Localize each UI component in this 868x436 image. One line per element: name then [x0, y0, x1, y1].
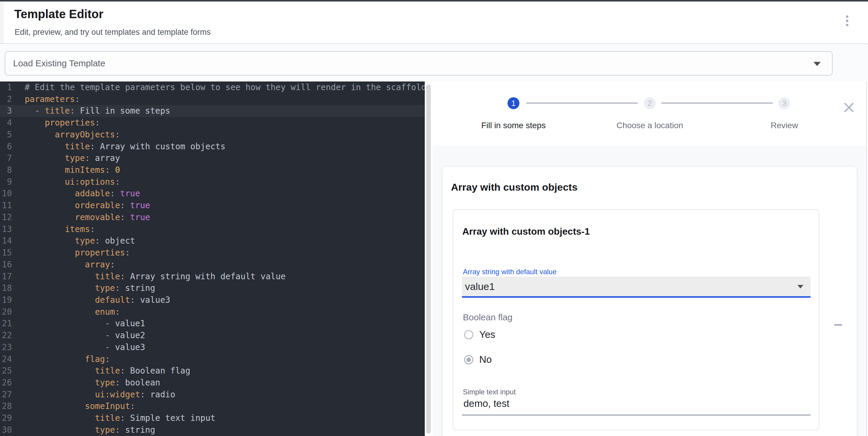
code-line: 6 title: Array with custom objects — [0, 141, 425, 153]
load-template-select[interactable] — [5, 51, 833, 75]
code-line: 16 array: — [0, 259, 425, 271]
code-line: 24 flag: — [0, 353, 425, 365]
simple-text-input[interactable] — [463, 398, 803, 409]
code-line: 9 ui:options: — [0, 176, 425, 188]
step-label-choose-a-location: Choose a location — [599, 121, 701, 130]
code-line: 5 arrayObjects: — [0, 129, 425, 141]
array-string-select[interactable]: value1 — [462, 277, 811, 298]
code-line: 22 - value2 — [0, 330, 425, 341]
text-field-label: Simple text input — [463, 388, 516, 396]
code-line: 11 orderable: true — [0, 200, 425, 211]
step-circle-1: 1 — [507, 97, 520, 109]
code-line: 17 title: Array string with default valu… — [0, 271, 425, 282]
page-title: Template Editor — [14, 7, 103, 21]
radio-icon — [464, 330, 473, 339]
select-field-value: value1 — [465, 281, 495, 292]
code-line: 14 type: object — [0, 235, 425, 247]
form-card: Array with custom objects Array with cus… — [443, 167, 857, 436]
code-line: 20 enum: — [0, 306, 425, 318]
kebab-menu-icon[interactable] — [842, 15, 852, 27]
code-line: 27 ui:widget: radio — [0, 389, 425, 401]
code-lines: 1# Edit the template parameters below to… — [0, 81, 425, 436]
step-circle-2: 2 — [644, 97, 656, 109]
close-icon[interactable] — [843, 102, 855, 113]
template-code-editor[interactable]: 1# Edit the template parameters below to… — [0, 81, 425, 436]
code-line: 21 - value1 — [0, 317, 425, 330]
load-template-row — [0, 45, 868, 81]
page-subtitle: Edit, preview, and try out templates and… — [14, 28, 211, 37]
radio-option-no[interactable]: No — [453, 353, 572, 366]
code-line: 29 title: Simple text input — [0, 412, 425, 424]
code-line: 8 minItems: 0 — [0, 164, 425, 176]
stepper-connector — [661, 103, 773, 103]
form-section-title: Array with custom objects — [451, 181, 578, 193]
code-line: 23 - value3 — [0, 341, 425, 353]
stepper-connector — [526, 103, 638, 103]
step-label-fill-in-some-steps: Fill in some steps — [463, 121, 564, 130]
step-circle-3: 3 — [778, 97, 790, 109]
array-item-title: Array with custom objects-1 — [462, 226, 590, 237]
remove-array-item-button[interactable] — [832, 319, 844, 331]
caret-down-icon — [798, 285, 803, 289]
code-line: 13 items: — [0, 223, 425, 235]
load-template-input[interactable] — [5, 52, 832, 75]
code-line: 4 properties: — [0, 117, 425, 129]
radio-icon — [464, 355, 473, 364]
header-left-gutter — [0, 1, 4, 43]
radio-field-label: Boolean flag — [463, 312, 513, 323]
step-label-review: Review — [734, 121, 835, 130]
text-field-underline — [462, 414, 811, 415]
code-line: 12 removable: true — [0, 211, 425, 223]
code-line: 18 type: string — [0, 282, 425, 294]
code-line: 19 default: value3 — [0, 294, 425, 306]
code-line: 25 title: Boolean flag — [0, 365, 425, 377]
radio-option-label: No — [479, 354, 492, 365]
array-item-card: Array with custom objects-1 Array string… — [453, 209, 819, 430]
editor-scrollbar[interactable] — [426, 85, 431, 434]
code-line: 3 - title: Fill in some steps — [0, 105, 425, 117]
code-line: 1# Edit the template parameters below to… — [0, 81, 425, 93]
select-field-label: Array string with default value — [463, 268, 557, 276]
code-line: 2parameters: — [0, 93, 425, 105]
code-line: 7 type: array — [0, 152, 425, 164]
header: Template Editor Edit, preview, and try o… — [0, 1, 868, 44]
radio-option-yes[interactable]: Yes — [453, 328, 572, 341]
radio-option-label: Yes — [479, 329, 495, 340]
code-line: 30 type: string — [0, 424, 425, 436]
minus-icon — [834, 324, 842, 326]
code-line: 26 type: boolean — [0, 377, 425, 389]
code-line: 15 properties: — [0, 247, 425, 259]
code-line: 28 someInput: — [0, 400, 425, 412]
caret-down-icon — [813, 62, 821, 66]
code-line: 10 addable: true — [0, 188, 425, 200]
